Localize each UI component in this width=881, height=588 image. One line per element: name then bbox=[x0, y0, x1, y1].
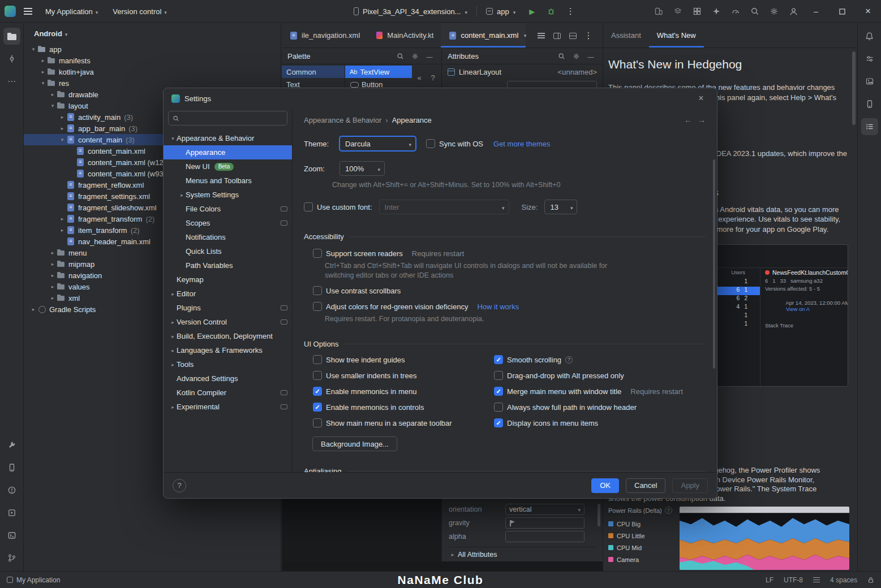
colorblind-row[interactable]: Adjust colors for red-green vision defic… bbox=[313, 302, 706, 311]
lock-icon[interactable] bbox=[867, 576, 874, 583]
tree-chevron-icon[interactable]: ▸ bbox=[29, 306, 37, 312]
tree-chevron-icon[interactable]: ▸ bbox=[58, 227, 66, 233]
theme-select[interactable]: Darcula bbox=[339, 136, 416, 151]
tree-chevron-icon[interactable]: ▾ bbox=[29, 46, 37, 52]
ui-option-row[interactable]: Show tree indent guides bbox=[313, 355, 494, 364]
palette-settings-button[interactable] bbox=[409, 50, 421, 63]
settings-tree-item[interactable]: Plugins bbox=[164, 301, 292, 315]
line-separator-widget[interactable]: LF bbox=[766, 576, 773, 584]
tree-chevron-icon[interactable]: ▸ bbox=[58, 114, 66, 120]
orientation-select[interactable]: vertical bbox=[505, 504, 585, 515]
settings-search-input[interactable] bbox=[183, 114, 283, 123]
tree-chevron-icon[interactable]: ▸ bbox=[49, 284, 57, 289]
editor-layout-button[interactable] bbox=[565, 28, 580, 43]
settings-tree-item[interactable]: Quick Lists bbox=[164, 244, 292, 258]
terminal-tool-button[interactable] bbox=[3, 527, 20, 544]
project-tree-item[interactable]: ▸ manifests bbox=[24, 55, 281, 66]
tree-chevron-icon[interactable]: ▸ bbox=[49, 273, 57, 278]
settings-tree-item[interactable]: Appearance bbox=[164, 145, 292, 159]
resource-manager-button[interactable] bbox=[861, 73, 878, 90]
project-tool-button[interactable] bbox=[3, 28, 20, 45]
tree-chevron-icon[interactable]: ▸ bbox=[39, 69, 47, 75]
checkbox[interactable] bbox=[313, 371, 322, 380]
use-custom-font-checkbox-row[interactable]: Use custom font: bbox=[304, 202, 372, 211]
run-button[interactable] bbox=[523, 3, 540, 20]
split-editor-button[interactable] bbox=[549, 28, 564, 43]
settings-tree-item[interactable]: ▸ System Settings bbox=[164, 188, 292, 202]
project-tree-item[interactable]: ▾ app bbox=[24, 44, 281, 55]
build-tool-button[interactable] bbox=[3, 436, 20, 453]
project-view-selector[interactable]: Android bbox=[32, 25, 70, 42]
zoom-select[interactable]: 100% bbox=[339, 161, 385, 176]
dialog-title-bar[interactable]: Settings bbox=[164, 88, 717, 109]
palette-item[interactable]: Ab TextView bbox=[345, 66, 412, 78]
tree-chevron-icon[interactable]: ▸ bbox=[169, 334, 177, 339]
scrollbar[interactable] bbox=[713, 159, 715, 369]
tree-chevron-icon[interactable]: ▸ bbox=[58, 216, 66, 222]
attributes-hide-button[interactable] bbox=[585, 50, 597, 63]
ok-button[interactable]: OK bbox=[591, 478, 619, 493]
status-project[interactable]: My Application bbox=[7, 576, 60, 584]
project-tree-item[interactable]: ▾ res bbox=[24, 77, 281, 89]
settings-tree-item[interactable]: ▸ Version Control bbox=[164, 315, 292, 329]
settings-tree-item[interactable]: ▸ Build, Execution, Deployment bbox=[164, 329, 292, 343]
settings-tree-item[interactable]: ▸ Tools bbox=[164, 357, 292, 371]
attributes-search-button[interactable] bbox=[555, 50, 568, 63]
sync-with-os-checkbox[interactable] bbox=[426, 139, 435, 148]
tree-chevron-icon[interactable]: ▾ bbox=[39, 80, 47, 86]
running-devices-button[interactable] bbox=[861, 96, 878, 113]
hidden-tabs-button[interactable] bbox=[518, 28, 532, 43]
ui-option-row[interactable]: Show main menu in a separate toolbar bbox=[313, 418, 494, 427]
encoding-widget[interactable]: UTF-8 bbox=[784, 576, 803, 584]
get-more-themes-link[interactable]: Get more themes bbox=[493, 140, 550, 148]
commit-tool-button[interactable] bbox=[3, 50, 20, 67]
settings-tree-item[interactable]: Menus and Toolbars bbox=[164, 174, 292, 188]
checkbox[interactable] bbox=[313, 418, 322, 427]
sync-with-os-checkbox-row[interactable]: Sync with OS bbox=[426, 139, 483, 148]
gravity-field[interactable] bbox=[505, 517, 585, 529]
screen-readers-row[interactable]: Support screen readers Requires restart bbox=[313, 249, 706, 258]
profiler-button[interactable] bbox=[727, 3, 744, 20]
settings-search[interactable] bbox=[168, 111, 287, 126]
ui-option-row[interactable]: Enable mnemonics in controls bbox=[313, 403, 494, 412]
account-button[interactable] bbox=[785, 3, 802, 20]
use-custom-font-checkbox[interactable] bbox=[304, 202, 313, 211]
layout-inspector-button[interactable] bbox=[689, 3, 706, 20]
forward-button[interactable] bbox=[698, 115, 706, 124]
search-button[interactable] bbox=[746, 3, 763, 20]
tree-chevron-icon[interactable]: ▸ bbox=[49, 250, 57, 256]
tree-chevron-icon[interactable]: ▸ bbox=[169, 319, 177, 325]
indent-widget[interactable]: 4 spaces bbox=[830, 576, 857, 584]
ui-option-row[interactable]: Enable mnemonics in menu bbox=[313, 387, 494, 396]
settings-tree-item[interactable]: New UI Beta bbox=[164, 159, 292, 174]
assistant-tab[interactable]: Assistant bbox=[603, 23, 649, 47]
view-on-link[interactable]: View on A bbox=[786, 306, 810, 312]
how-it-works-link[interactable]: How it works bbox=[477, 302, 519, 311]
view-options-button[interactable] bbox=[534, 28, 548, 43]
contrast-scrollbars-row[interactable]: Use contrast scrollbars bbox=[313, 286, 706, 295]
editor-menu-button[interactable] bbox=[581, 28, 596, 43]
screen-readers-checkbox[interactable] bbox=[313, 249, 322, 258]
palette-category[interactable]: Common bbox=[282, 66, 345, 78]
tree-chevron-icon[interactable]: ▾ bbox=[58, 137, 66, 142]
checkbox[interactable] bbox=[494, 418, 503, 427]
ui-option-row[interactable]: Display icons in menu items bbox=[494, 418, 683, 427]
problems-tool-button[interactable] bbox=[3, 482, 20, 499]
tree-chevron-icon[interactable]: ▸ bbox=[58, 126, 66, 131]
project-tree-item[interactable]: ▸ kotlin+java bbox=[24, 66, 281, 77]
all-attributes-expander[interactable]: ▸ All Attributes bbox=[449, 547, 596, 561]
tree-chevron-icon[interactable]: ▸ bbox=[49, 261, 57, 267]
ai-assistant-button[interactable] bbox=[708, 3, 725, 20]
tree-chevron-icon[interactable]: ▸ bbox=[49, 295, 57, 301]
ui-option-row[interactable]: Drag-and-drop with Alt pressed only bbox=[494, 371, 683, 380]
editor-tab[interactable]: content_main.xml bbox=[441, 23, 526, 47]
assistant-tab[interactable]: What's New bbox=[649, 23, 704, 47]
tree-chevron-icon[interactable]: ▸ bbox=[169, 291, 177, 297]
editor-tab[interactable]: ile_navigation.xml bbox=[282, 23, 367, 47]
pair-devices-button[interactable] bbox=[650, 3, 667, 20]
menu-my-application[interactable]: My Application bbox=[40, 3, 104, 20]
tree-chevron-icon[interactable]: ▸ bbox=[169, 348, 177, 353]
font-family-select[interactable]: Inter bbox=[379, 200, 509, 214]
checkbox[interactable] bbox=[313, 355, 322, 364]
device-selector[interactable]: Pixel_3a_API_34_extension... bbox=[348, 3, 473, 20]
